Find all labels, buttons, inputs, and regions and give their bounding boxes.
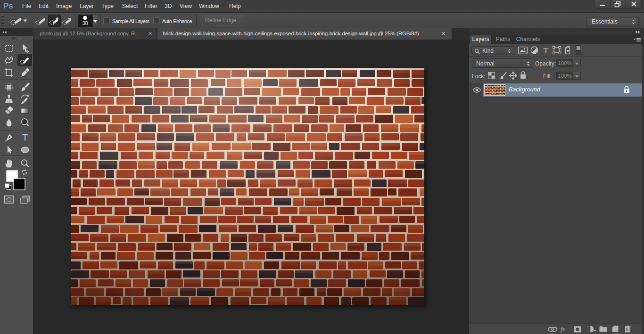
svg-text:38: 38 <box>82 20 88 26</box>
svg-text:T: T <box>544 46 549 54</box>
svg-text:T: T <box>23 133 28 142</box>
